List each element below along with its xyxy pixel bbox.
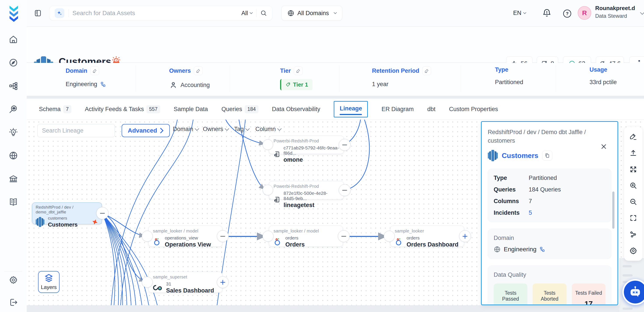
panel-breadcrumb[interactable]: RedshiftProd / dev / Demo dbt Jaffle / c… bbox=[488, 128, 593, 145]
nav-govern-icon[interactable] bbox=[8, 174, 18, 184]
export-lineage-icon[interactable] bbox=[629, 149, 637, 157]
edit-tier-icon[interactable] bbox=[294, 66, 303, 75]
lineage-node-sales-dashboard[interactable]: sample_superset 31 Sales Dashboard bbox=[148, 272, 222, 293]
column-filter-dropdown[interactable]: Column bbox=[255, 126, 281, 132]
all-domains-dropdown[interactable]: All Domains bbox=[282, 6, 342, 21]
zoom-out-icon[interactable] bbox=[629, 198, 637, 206]
lineage-toolbar bbox=[624, 127, 642, 261]
node-left-handle[interactable] bbox=[384, 231, 395, 242]
nav-domains-icon[interactable] bbox=[8, 151, 18, 160]
panel-domain-card: Domain Engineering bbox=[488, 229, 612, 259]
collapse-upstream-handle[interactable] bbox=[339, 184, 350, 196]
tier-badge[interactable]: Tier 1 bbox=[280, 79, 312, 90]
global-search-input[interactable] bbox=[72, 10, 238, 17]
owners-value[interactable]: Accounting bbox=[180, 82, 210, 89]
page-footer-strip bbox=[0, 305, 644, 312]
collapse-handle[interactable] bbox=[217, 230, 229, 242]
entity-tabs: Schema7 Activity Feeds & Tasks557 Sample… bbox=[0, 98, 644, 120]
tab-activity-feeds[interactable]: Activity Feeds & Tasks557 bbox=[85, 105, 160, 113]
fullscreen-icon[interactable] bbox=[629, 214, 637, 222]
edit-owners-icon[interactable] bbox=[194, 66, 203, 75]
tab-dbt[interactable]: dbt bbox=[427, 106, 436, 113]
collapse-downstream-handle[interactable] bbox=[96, 207, 108, 219]
nav-settings-icon[interactable] bbox=[8, 275, 18, 285]
tab-er-diagram[interactable]: ER Diagram bbox=[382, 106, 414, 113]
ai-sparkle-icon[interactable] bbox=[55, 8, 64, 18]
tests-failed-tile[interactable]: Tests Failed17 bbox=[572, 283, 606, 305]
collapse-handle[interactable] bbox=[338, 230, 350, 242]
collapse-upstream-handle[interactable] bbox=[339, 139, 350, 151]
lineage-node-customers[interactable]: RedshiftProd / dev / demo_dbt_jaffle cus… bbox=[32, 202, 102, 224]
node-left-handle[interactable] bbox=[142, 277, 153, 288]
chevron-right-icon bbox=[160, 128, 164, 133]
entity-metadata-strip: Domain Engineering Owners Accounting Tie… bbox=[0, 63, 644, 96]
panel-entity-link[interactable]: Customers bbox=[502, 152, 538, 160]
panel-domain-value[interactable]: Engineering bbox=[504, 246, 536, 253]
zoom-in-icon[interactable] bbox=[629, 182, 637, 190]
user-menu-chevron-icon[interactable] bbox=[640, 10, 644, 15]
edit-domain-icon[interactable] bbox=[90, 66, 99, 75]
global-search[interactable]: All bbox=[49, 6, 272, 21]
node-left-handle[interactable] bbox=[142, 231, 153, 242]
sidebar-toggle-icon[interactable] bbox=[34, 9, 42, 17]
domain-value[interactable]: Engineering bbox=[66, 81, 97, 88]
edit-lineage-icon[interactable] bbox=[629, 133, 637, 141]
lineage-node-lineagetest[interactable]: Powerbi-Redshift-Prod 872e1f0c-500e-4e28… bbox=[269, 181, 344, 199]
node-name: lineagetest bbox=[284, 202, 339, 209]
node-left-handle[interactable] bbox=[262, 185, 273, 195]
incident-spark-icon bbox=[92, 219, 98, 225]
tab-queries[interactable]: Queries184 bbox=[222, 105, 258, 113]
tab-schema[interactable]: Schema7 bbox=[39, 105, 71, 113]
summary-incidents-link[interactable]: 5 bbox=[529, 209, 532, 216]
notifications-bell-icon[interactable] bbox=[542, 8, 552, 18]
tests-passed-tile[interactable]: Tests Passed21 bbox=[494, 283, 527, 305]
close-panel-icon[interactable] bbox=[600, 143, 607, 150]
language-dropdown[interactable]: EN bbox=[513, 10, 526, 17]
summary-incidents-label: Incidents bbox=[494, 209, 529, 216]
nav-glossary-icon[interactable] bbox=[8, 197, 18, 207]
lineage-config-icon[interactable] bbox=[629, 230, 637, 238]
lineage-node-orders-dashboard[interactable]: sample_looker orders Orders Dashboard bbox=[390, 226, 464, 247]
lineage-node-orders[interactable]: sample_looker / model orders Orders bbox=[269, 226, 343, 247]
tests-aborted-tile[interactable]: Tests Aborted1 bbox=[532, 283, 566, 305]
app-logo[interactable] bbox=[6, 5, 21, 22]
edit-retention-icon[interactable] bbox=[422, 66, 431, 75]
looker-icon bbox=[395, 237, 403, 246]
nav-logout-icon[interactable] bbox=[8, 297, 18, 307]
tab-data-observability[interactable]: Data Observability bbox=[272, 106, 320, 113]
search-scope-dropdown[interactable]: All bbox=[241, 10, 252, 17]
user-menu[interactable]: Rounakpreet.d Data Steward bbox=[595, 5, 635, 19]
search-icon[interactable] bbox=[260, 10, 267, 17]
looker-icon bbox=[274, 237, 282, 246]
lineage-search-input[interactable] bbox=[42, 127, 120, 134]
help-icon[interactable]: ? bbox=[563, 9, 572, 18]
domain-filter-dropdown[interactable]: Domain bbox=[173, 126, 198, 132]
panel-scrollbar[interactable] bbox=[612, 192, 614, 229]
nav-observability-icon[interactable] bbox=[8, 104, 18, 114]
settings-icon[interactable] bbox=[629, 247, 637, 255]
tag-filter-dropdown[interactable]: Tag bbox=[234, 126, 249, 132]
lineage-node-omone[interactable]: Powerbi-Redshift-Prod c771ab29-5792-46fc… bbox=[269, 136, 344, 154]
node-service: sample_superset bbox=[153, 274, 218, 279]
advanced-lineage-button[interactable]: Advanced bbox=[122, 124, 170, 137]
nav-lineage-icon[interactable] bbox=[8, 81, 18, 91]
tab-sample-data[interactable]: Sample Data bbox=[174, 106, 208, 113]
node-name: Orders Dashboard bbox=[406, 241, 458, 248]
expand-downstream-handle[interactable] bbox=[459, 230, 471, 242]
lineage-node-operations-view[interactable]: sample_looker / model operations_view Op… bbox=[148, 226, 222, 247]
nav-home-icon[interactable] bbox=[8, 35, 18, 44]
owners-filter-dropdown[interactable]: Owners bbox=[203, 126, 228, 132]
nav-insights-icon[interactable] bbox=[8, 127, 18, 137]
tab-custom-properties[interactable]: Custom Properties bbox=[449, 106, 498, 113]
node-left-handle[interactable] bbox=[262, 231, 274, 242]
fit-view-icon[interactable] bbox=[629, 166, 637, 173]
expand-downstream-handle[interactable] bbox=[217, 276, 229, 288]
node-id: c771ab29-5792-46fc-9eaa-f86d... bbox=[284, 145, 339, 156]
user-avatar[interactable]: R bbox=[578, 6, 591, 20]
lineage-search[interactable] bbox=[38, 124, 115, 137]
copy-icon[interactable] bbox=[542, 150, 552, 161]
tab-lineage[interactable]: Lineage bbox=[334, 101, 368, 117]
layers-button[interactable]: Layers bbox=[38, 271, 60, 293]
node-left-handle[interactable] bbox=[262, 139, 273, 150]
nav-explore-icon[interactable] bbox=[8, 58, 18, 68]
